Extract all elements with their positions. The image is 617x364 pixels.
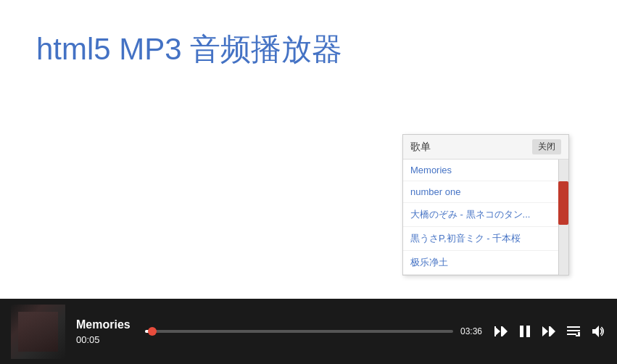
list-item[interactable]: number one	[403, 181, 568, 203]
scrollbar-thumb[interactable]	[558, 181, 568, 225]
prev-button[interactable]	[493, 323, 509, 339]
list-item[interactable]: 极乐净土	[403, 251, 568, 275]
svg-rect-1	[501, 326, 502, 336]
prev-icon	[494, 325, 508, 338]
pause-icon	[519, 325, 531, 338]
svg-rect-5	[526, 326, 530, 337]
list-item[interactable]: Memories	[403, 160, 568, 181]
player-bar: Memories 00:05 03:36	[0, 299, 617, 364]
svg-marker-14	[592, 326, 599, 337]
svg-rect-13	[576, 335, 580, 336]
playlist-scrollbar[interactable]	[558, 160, 568, 275]
playlist-panel: 歌单 关闭 Memories number one 大橋のぞみ - 黒ネコのタン…	[402, 134, 569, 276]
player-controls	[493, 323, 606, 339]
svg-rect-3	[494, 326, 496, 336]
svg-rect-7	[549, 326, 550, 336]
progress-fill	[145, 330, 152, 333]
svg-marker-8	[550, 326, 555, 336]
svg-marker-6	[542, 326, 548, 336]
song-info: Memories 00:05	[76, 318, 134, 345]
playlist-toggle-button[interactable]	[566, 323, 581, 339]
playlist-title: 歌单	[410, 141, 431, 154]
album-art-image	[11, 305, 65, 359]
list-item[interactable]: 大橋のぞみ - 黒ネコのタン...	[403, 203, 568, 227]
svg-rect-4	[520, 326, 523, 337]
next-button[interactable]	[541, 323, 557, 339]
svg-rect-10	[567, 330, 580, 331]
volume-button[interactable]	[590, 323, 606, 339]
svg-rect-11	[567, 334, 576, 335]
next-icon	[542, 325, 555, 338]
page-title: html5 MP3 音频播放器	[0, 0, 617, 70]
playlist-scroll[interactable]: Memories number one 大橋のぞみ - 黒ネコのタン... 黒う…	[403, 160, 568, 275]
volume-icon	[592, 325, 605, 338]
playlist-body: Memories number one 大橋のぞみ - 黒ネコのタン... 黒う…	[403, 160, 568, 275]
svg-rect-9	[567, 326, 580, 328]
playlist-header: 歌单 关闭	[403, 135, 568, 160]
progress-thumb	[148, 327, 157, 336]
close-playlist-button[interactable]: 关闭	[532, 139, 561, 154]
list-item[interactable]: 黒うさP,初音ミク - 千本桜	[403, 227, 568, 251]
total-time: 03:36	[460, 326, 482, 336]
progress-bar[interactable]	[145, 330, 453, 333]
pause-button[interactable]	[518, 323, 532, 339]
svg-marker-2	[502, 326, 508, 336]
album-art	[11, 305, 65, 359]
current-time: 00:05	[76, 334, 134, 345]
song-title: Memories	[76, 318, 134, 331]
progress-area: 03:36	[145, 326, 482, 336]
list-icon	[567, 325, 580, 338]
